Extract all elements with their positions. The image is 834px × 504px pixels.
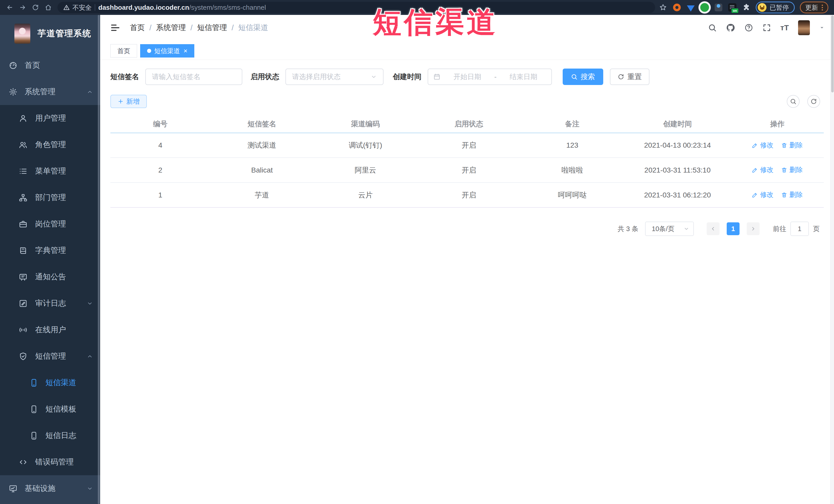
- sidebar-scrollbar[interactable]: [98, 15, 100, 504]
- add-button[interactable]: 新增: [110, 95, 147, 108]
- sidebar-item-label: 审计日志: [35, 298, 66, 309]
- edit-link[interactable]: 修改: [752, 141, 773, 150]
- sidebar-item-2[interactable]: 用户管理: [0, 105, 100, 131]
- sidebar-item-label: 基础设施: [25, 483, 56, 494]
- font-size-icon[interactable]: ᴛT: [780, 23, 789, 32]
- search-button[interactable]: 搜索: [563, 69, 603, 85]
- help-icon[interactable]: [744, 23, 753, 32]
- browser-update-button[interactable]: 更新: [800, 2, 828, 13]
- end-date-placeholder[interactable]: 结束日期: [501, 72, 547, 81]
- reload-button[interactable]: [30, 2, 41, 13]
- security-indicator[interactable]: 不安全: [63, 3, 92, 12]
- edit-link[interactable]: 修改: [752, 190, 773, 199]
- edit-link[interactable]: 修改: [752, 165, 773, 174]
- breadcrumb-item-3: 短信渠道: [238, 23, 268, 33]
- status-filter-label: 启用状态: [250, 72, 279, 82]
- cell-actions: 修改删除: [731, 133, 824, 158]
- breadcrumb-item-1[interactable]: 系统管理: [156, 23, 186, 33]
- reset-button[interactable]: 重置: [610, 69, 650, 85]
- sidebar-item-14[interactable]: 短信日志: [0, 422, 100, 449]
- browser-profile-chip[interactable]: 已暂停: [756, 2, 795, 13]
- date-range-picker[interactable]: 开始日期 - 结束日期: [427, 69, 552, 85]
- sidebar-item-16[interactable]: 基础设施: [0, 475, 100, 502]
- extension-grid-icon[interactable]: [714, 3, 723, 12]
- delete-link[interactable]: 删除: [781, 165, 803, 174]
- cell-status: 开启: [417, 158, 521, 182]
- forward-button[interactable]: [17, 2, 28, 13]
- cell-remark: 呵呵呵哒: [521, 182, 624, 207]
- extension-orange-icon[interactable]: [673, 3, 681, 12]
- refresh-table-button[interactable]: [807, 95, 820, 108]
- home-button[interactable]: [43, 2, 54, 13]
- sidebar-item-label: 在线用户: [35, 325, 66, 335]
- main-area: 首页/系统管理/短信管理/短信渠道 ᴛT 首页 短信渠道: [100, 15, 834, 504]
- cell-id: 1: [110, 182, 210, 207]
- sidebar-item-label: 岗位管理: [35, 219, 66, 229]
- sidebar-item-label: 首页: [25, 60, 40, 71]
- sidebar-item-label: 短信渠道: [45, 377, 76, 388]
- sidebar-item-label: 字典管理: [35, 245, 66, 256]
- page-number-1[interactable]: 1: [727, 222, 740, 235]
- avatar[interactable]: [798, 20, 810, 35]
- sidebar-item-12[interactable]: 短信渠道: [0, 370, 100, 396]
- chevron-down-icon: [684, 226, 689, 232]
- close-icon[interactable]: ×: [183, 47, 188, 54]
- next-page-button[interactable]: [747, 222, 760, 235]
- delete-label: 删除: [789, 141, 803, 150]
- sidebar-item-1[interactable]: 系统管理: [0, 79, 100, 105]
- back-button[interactable]: [4, 2, 16, 13]
- sidebar-item-13[interactable]: 短信模板: [0, 396, 100, 422]
- star-icon[interactable]: [659, 3, 667, 12]
- url-path: /system/sms/sms-channel: [189, 4, 266, 11]
- scrollbar-thumb[interactable]: [831, 16, 834, 92]
- sidebar-item-8[interactable]: 通知公告: [0, 264, 100, 290]
- warning-icon: [63, 4, 70, 11]
- sidebar-item-label: 菜单管理: [35, 166, 66, 176]
- dictionary-icon: [19, 246, 27, 255]
- sidebar-item-label: 短信管理: [35, 351, 66, 361]
- sidebar-item-11[interactable]: 短信管理: [0, 343, 100, 370]
- sidebar-item-15[interactable]: 错误码管理: [0, 449, 100, 475]
- col-remark: 备注: [521, 116, 624, 133]
- tab-sms-channel[interactable]: 短信渠道 ×: [140, 44, 194, 58]
- chevron-down-icon[interactable]: [819, 25, 825, 30]
- extension-green-icon[interactable]: [700, 3, 709, 12]
- sign-input-wrapper: [145, 69, 242, 85]
- page-scrollbar[interactable]: [830, 15, 834, 504]
- sidebar-item-0[interactable]: 首页: [0, 52, 100, 79]
- extension-gem-icon[interactable]: [686, 3, 695, 12]
- sidebar-item-6[interactable]: 岗位管理: [0, 211, 100, 237]
- fullscreen-icon[interactable]: [762, 23, 771, 32]
- goto-page-input[interactable]: [790, 222, 809, 236]
- tab-home[interactable]: 首页: [110, 44, 137, 58]
- sidebar-item-10[interactable]: 在线用户: [0, 316, 100, 343]
- search-icon[interactable]: [708, 23, 717, 32]
- status-select[interactable]: 请选择启用状态: [285, 69, 383, 85]
- search-icon: [571, 73, 577, 80]
- breadcrumb-item-0[interactable]: 首页: [130, 23, 145, 33]
- breadcrumb-item-2[interactable]: 短信管理: [197, 23, 227, 33]
- toggle-search-button[interactable]: [787, 95, 799, 108]
- sidebar-item-4[interactable]: 菜单管理: [0, 158, 100, 184]
- sidebar-item-3[interactable]: 角色管理: [0, 131, 100, 158]
- address-bar[interactable]: 不安全 dashboard.yudao.iocoder.cn/system/sm…: [58, 2, 655, 13]
- sidebar-item-7[interactable]: 字典管理: [0, 237, 100, 264]
- trash-icon: [781, 192, 787, 198]
- page-size-select[interactable]: 10条/页: [645, 222, 694, 236]
- sign-input[interactable]: [152, 73, 236, 81]
- prev-page-button[interactable]: [707, 222, 720, 235]
- sidebar-item-5[interactable]: 部门管理: [0, 184, 100, 211]
- puzzle-icon[interactable]: [742, 3, 751, 12]
- delete-link[interactable]: 删除: [781, 190, 803, 199]
- hamburger-icon[interactable]: [110, 23, 120, 32]
- cell-status: 开启: [417, 182, 521, 207]
- github-icon[interactable]: [726, 23, 735, 32]
- edit-icon: [752, 167, 758, 173]
- delete-link[interactable]: 删除: [781, 141, 803, 150]
- start-date-placeholder[interactable]: 开始日期: [445, 72, 490, 81]
- table-row: 1芋道云片开启呵呵呵哒2021-03-31 06:12:20修改删除: [110, 182, 824, 207]
- extension-tampermonkey-icon[interactable]: on: [728, 3, 737, 12]
- sidebar-item-9[interactable]: 审计日志: [0, 290, 100, 316]
- cell-sign: Balicat: [210, 158, 314, 182]
- trash-icon: [781, 167, 787, 173]
